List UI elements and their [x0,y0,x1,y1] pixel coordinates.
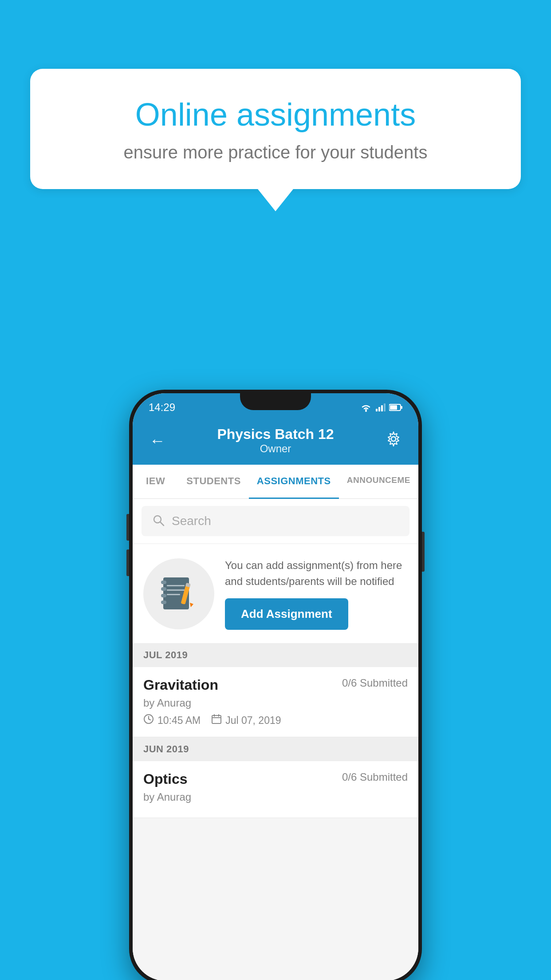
svg-rect-6 [390,405,397,410]
header-title-group: Physics Batch 12 Owner [171,426,380,455]
svg-point-8 [391,437,396,441]
assignment-submitted-optics: 0/6 Submitted [342,771,408,783]
bubble-subtitle: ensure more practice for your students [61,142,490,162]
tab-iew[interactable]: IEW [133,465,178,498]
battery-icon [389,403,402,411]
assignment-header-optics: Optics 0/6 Submitted [143,771,408,787]
svg-rect-2 [378,407,380,411]
search-bar-container: Search [133,499,418,543]
svg-rect-18 [167,594,180,595]
promo-text-section: You can add assignment(s) from here and … [225,557,408,630]
gear-icon [386,431,401,447]
search-icon [152,514,165,528]
status-icons [360,403,402,412]
svg-rect-13 [161,587,166,591]
scroll-content: Search [133,499,418,980]
calendar-icon [211,714,222,727]
month-section-jun: JUN 2019 [133,737,418,761]
month-section-jul: JUL 2019 [133,643,418,667]
svg-line-10 [160,522,164,526]
search-placeholder: Search [172,514,211,528]
phone-screen: 14:29 [133,393,418,980]
assignment-name: Gravitation [143,677,218,693]
wifi-icon [360,403,372,412]
svg-rect-3 [381,405,383,411]
svg-rect-16 [167,585,185,586]
bubble-title: Online assignments [61,95,490,134]
svg-rect-12 [161,581,166,584]
app-header: ← Physics Batch 12 Owner [133,418,418,465]
svg-marker-20 [190,603,193,607]
svg-rect-4 [384,403,386,411]
back-button[interactable]: ← [146,428,171,454]
status-time: 14:29 [149,401,175,414]
assignment-by: by Anurag [143,697,408,709]
volume-up-button [126,514,129,541]
volume-down-button [126,549,129,576]
phone-frame: 14:29 [129,390,422,980]
assignment-date-value: Jul 07, 2019 [225,715,281,727]
svg-point-0 [365,410,367,412]
phone-notch [240,393,311,410]
assignment-submitted: 0/6 Submitted [342,677,408,689]
search-bar[interactable]: Search [142,506,409,536]
bubble-arrow [258,189,293,211]
assignment-item-optics[interactable]: Optics 0/6 Submitted by Anurag [133,761,418,818]
svg-rect-25 [212,715,221,723]
speech-bubble: Online assignments ensure more practice … [30,69,521,189]
add-assignment-button[interactable]: Add Assignment [225,598,348,630]
page-subtitle: Owner [171,443,380,455]
svg-rect-7 [401,406,402,409]
notebook-icon [159,574,199,614]
assignment-time-value: 10:45 AM [157,715,201,727]
speech-bubble-container: Online assignments ensure more practice … [30,69,521,211]
tab-students[interactable]: STUDENTS [178,465,249,498]
svg-rect-15 [161,601,166,604]
power-button [422,532,425,572]
add-assignment-promo: You can add assignment(s) from here and … [133,544,418,643]
clock-icon [143,714,154,727]
assignment-date: Jul 07, 2019 [211,714,281,727]
svg-rect-17 [167,589,185,591]
svg-rect-1 [376,409,378,411]
notebook-icon-circle [143,558,214,629]
tabs-bar: IEW STUDENTS ASSIGNMENTS ANNOUNCEME [133,465,418,499]
assignment-header: Gravitation 0/6 Submitted [143,677,408,693]
signal-icon [376,403,386,411]
assignment-name-optics: Optics [143,771,188,787]
assignment-by-optics: by Anurag [143,791,408,803]
tab-announcements[interactable]: ANNOUNCEME [339,465,418,498]
svg-rect-14 [161,594,166,597]
assignment-time: 10:45 AM [143,714,201,727]
assignment-item-gravitation[interactable]: Gravitation 0/6 Submitted by Anurag [133,667,418,737]
month-label-jul: JUL 2019 [143,649,188,660]
assignment-meta: 10:45 AM Jul 07, 2019 [143,714,408,727]
month-label-jun: JUN 2019 [143,743,189,755]
promo-description: You can add assignment(s) from here and … [225,557,408,589]
settings-button[interactable] [380,427,405,454]
page-title: Physics Batch 12 [171,426,380,443]
svg-line-24 [149,719,150,720]
tab-assignments[interactable]: ASSIGNMENTS [249,465,339,499]
